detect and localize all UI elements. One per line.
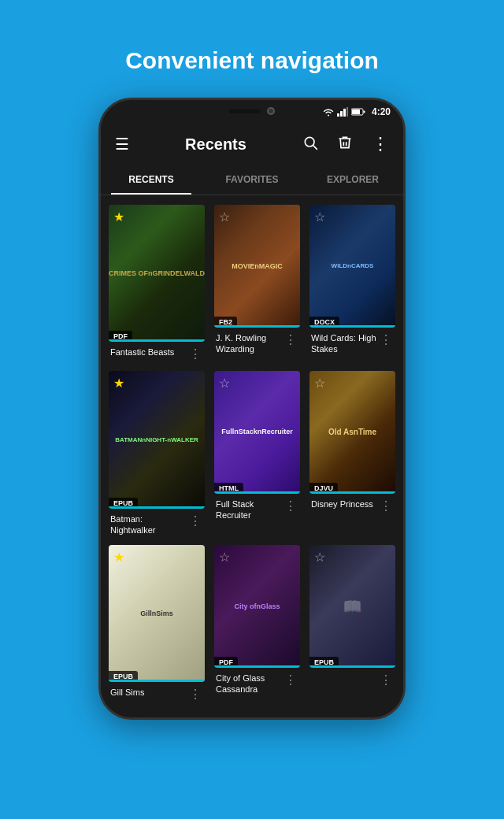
book-info: Batman: Nightwalker ⋮ [109, 513, 205, 536]
cyan-bar [214, 325, 300, 328]
favorite-star: ★ [113, 209, 124, 224]
book-info: J. K. Rowling Wizarding ⋮ [214, 332, 300, 355]
list-item: 📖 ☆ EPUB ⋮ [309, 545, 395, 702]
book-info: Disney Princess ⋮ [309, 498, 395, 513]
tab-recents[interactable]: RECENTS [101, 165, 202, 195]
page-background: Convenient navigation [0, 0, 504, 819]
toolbar: ☰ Recents [101, 124, 403, 165]
cyan-bar [309, 325, 395, 328]
menu-icon[interactable]: ☰ [110, 130, 134, 158]
notch-speaker [229, 109, 261, 113]
book-info: ⋮ [309, 673, 395, 687]
list-item: ☆ HTML Full Stack Recruiter ⋮ [214, 371, 300, 536]
book-menu-icon[interactable]: ⋮ [187, 687, 203, 702]
book-info: Full Stack Recruiter ⋮ [214, 498, 300, 521]
svg-line-8 [313, 145, 317, 149]
book-menu-icon[interactable]: ⋮ [187, 513, 203, 528]
toolbar-title: Recents [143, 135, 288, 154]
svg-rect-6 [352, 109, 360, 114]
cyan-bar [109, 680, 205, 682]
book-cover-wrapper[interactable]: ☆ DJVU [309, 371, 395, 494]
book-info: Gill Sims ⋮ [109, 687, 205, 702]
book-info: Wild Cards: High Stakes ⋮ [309, 332, 395, 355]
book-title: Fantastic Beasts [110, 346, 187, 358]
favorite-star-empty: ☆ [314, 550, 325, 565]
search-icon[interactable] [298, 130, 323, 159]
book-menu-icon[interactable]: ⋮ [283, 332, 298, 347]
book-cover-wrapper[interactable]: 📖 ☆ EPUB [309, 545, 395, 668]
cyan-bar [309, 665, 395, 668]
svg-rect-1 [340, 111, 343, 117]
svg-rect-5 [363, 111, 365, 113]
book-grid: ★ PDF Fantastic Beasts ⋮ ☆ [101, 195, 403, 707]
list-item: ★ EPUB Batman: Nightwalker ⋮ [109, 371, 205, 536]
cyan-bar [214, 491, 300, 494]
delete-icon[interactable] [332, 130, 358, 159]
more-icon[interactable]: ⋮ [367, 129, 394, 159]
battery-icon [351, 108, 365, 116]
book-menu-icon[interactable]: ⋮ [378, 673, 394, 687]
favorite-star-empty: ☆ [219, 550, 230, 565]
book-menu-icon[interactable]: ⋮ [283, 673, 298, 687]
book-cover-wrapper[interactable]: ☆ FB2 [214, 205, 300, 328]
notch-camera [267, 107, 275, 115]
wifi-icon [323, 107, 334, 117]
book-title: Batman: Nightwalker [110, 513, 187, 536]
book-menu-icon[interactable]: ⋮ [283, 498, 298, 513]
list-item: ☆ DOCX Wild Cards: High Stakes ⋮ [309, 205, 395, 361]
favorite-star-empty: ☆ [219, 209, 230, 224]
book-title: City of Glass Cassandra [216, 673, 283, 695]
book-title: Full Stack Recruiter [216, 498, 283, 521]
book-title: Wild Cards: High Stakes [311, 332, 378, 355]
favorite-star-empty: ☆ [314, 376, 325, 391]
book-cover-wrapper[interactable]: ★ PDF [109, 205, 205, 342]
cyan-bar [214, 665, 300, 668]
book-cover-wrapper[interactable]: ★ EPUB [109, 371, 205, 508]
page-headline: Convenient navigation [0, 0, 504, 98]
svg-rect-0 [337, 113, 339, 117]
favorite-star-empty: ☆ [314, 209, 325, 224]
cyan-bar [309, 491, 395, 494]
list-item: ☆ PDF City of Glass Cassandra ⋮ [214, 545, 300, 702]
book-title: Gill Sims [110, 687, 187, 698]
favorite-star-empty: ☆ [219, 376, 230, 391]
favorite-star: ★ [113, 550, 124, 565]
book-cover-wrapper[interactable]: ★ EPUB [109, 545, 205, 682]
signal-icon [337, 107, 348, 117]
book-menu-icon[interactable]: ⋮ [187, 346, 203, 361]
tab-explorer[interactable]: EXPLORER [302, 165, 403, 195]
list-item: ☆ DJVU Disney Princess ⋮ [309, 371, 395, 536]
app-content: ☰ Recents [101, 124, 403, 717]
book-menu-icon[interactable]: ⋮ [378, 332, 394, 347]
svg-rect-3 [346, 107, 348, 117]
book-info: City of Glass Cassandra ⋮ [214, 673, 300, 695]
favorite-star: ★ [113, 376, 124, 391]
tabs-bar: RECENTS FAVORITES EXPLORER [101, 165, 403, 195]
cyan-bar [109, 506, 205, 509]
phone-notch [201, 100, 303, 122]
status-time: 4:20 [372, 106, 391, 117]
book-info: Fantastic Beasts ⋮ [109, 346, 205, 361]
book-cover-wrapper[interactable]: ☆ PDF [214, 545, 300, 668]
book-title: Disney Princess [311, 498, 378, 510]
cyan-bar [109, 339, 205, 342]
list-item: ★ EPUB Gill Sims ⋮ [109, 545, 205, 702]
list-item: ☆ FB2 J. K. Rowling Wizarding ⋮ [214, 205, 300, 361]
phone-device: 4:20 ☰ Recents [98, 98, 406, 720]
book-cover-wrapper[interactable]: ☆ DOCX [309, 205, 395, 328]
svg-rect-2 [343, 109, 346, 117]
book-menu-icon[interactable]: ⋮ [378, 498, 394, 513]
book-title: J. K. Rowling Wizarding [216, 332, 283, 355]
list-item: ★ PDF Fantastic Beasts ⋮ [109, 205, 205, 361]
book-cover-wrapper[interactable]: ☆ HTML [214, 371, 300, 494]
tab-favorites[interactable]: FAVORITES [202, 165, 302, 195]
